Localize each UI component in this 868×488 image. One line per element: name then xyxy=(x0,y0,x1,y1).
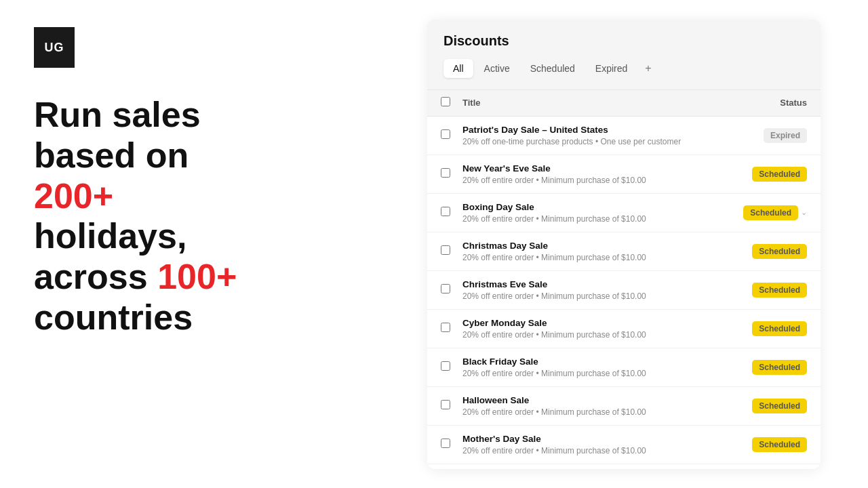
row-checkbox-container-4 xyxy=(441,284,462,296)
row-desc-2: 20% off entire order • Minimum purchase … xyxy=(462,214,732,224)
row-checkbox-0[interactable] xyxy=(441,129,450,139)
row-desc-3: 20% off entire order • Minimum purchase … xyxy=(462,253,732,262)
tab-expired[interactable]: Expired xyxy=(586,59,637,78)
row-desc-4: 20% off entire order • Minimum purchase … xyxy=(462,291,732,301)
headline-line5: countries xyxy=(34,298,193,337)
table-row: Black Friday Sale 20% off entire order •… xyxy=(427,348,821,387)
headline-line2: based on xyxy=(34,136,189,175)
headline-line1: Run sales xyxy=(34,95,201,134)
row-desc-1: 20% off entire order • Minimum purchase … xyxy=(462,176,732,185)
row-name-6: Black Friday Sale xyxy=(462,357,732,367)
row-checkbox-container-3 xyxy=(441,245,462,258)
row-status-6: Scheduled xyxy=(732,360,807,375)
row-checkbox-4[interactable] xyxy=(441,284,450,293)
table-row: Christmas Eve Sale 20% off entire order … xyxy=(427,271,821,310)
tab-all[interactable]: All xyxy=(443,59,473,78)
row-status-8: Scheduled xyxy=(732,437,807,452)
row-checkbox-container-6 xyxy=(441,361,462,373)
row-checkbox-container-7 xyxy=(441,400,462,412)
row-checkbox-container-1 xyxy=(441,168,462,180)
row-name-4: Christmas Eve Sale xyxy=(462,279,732,289)
logo: UG xyxy=(34,27,75,68)
headline: Run sales based on 200+ holidays, across… xyxy=(34,95,359,338)
row-info-4: Christmas Eve Sale 20% off entire order … xyxy=(462,279,732,301)
table-row: New Year's Eve Sale 20% off entire order… xyxy=(427,155,821,194)
status-badge-2: Scheduled xyxy=(743,205,798,220)
table-body: Patriot's Day Sale – United States 20% o… xyxy=(427,117,821,469)
row-name-2: Boxing Day Sale xyxy=(462,202,732,212)
discounts-card: Discounts All Active Scheduled Expired +… xyxy=(427,20,821,469)
table-row: Halloween Sale 20% off entire order • Mi… xyxy=(427,387,821,426)
card-header: Discounts All Active Scheduled Expired + xyxy=(427,20,821,90)
row-name-3: Christmas Day Sale xyxy=(462,241,732,251)
table-row: Patriot's Day Sale – United States 20% o… xyxy=(427,117,821,155)
row-status-3: Scheduled xyxy=(732,244,807,259)
row-checkbox-container-5 xyxy=(441,323,462,335)
table-row: Cyber Monday Sale 20% off entire order •… xyxy=(427,310,821,348)
row-info-2: Boxing Day Sale 20% off entire order • M… xyxy=(462,202,732,224)
row-info-3: Christmas Day Sale 20% off entire order … xyxy=(462,241,732,262)
table-row: Christmas Day Sale 20% off entire order … xyxy=(427,232,821,271)
headline-highlight1: 200+ xyxy=(34,176,113,216)
row-status-5: Scheduled xyxy=(732,321,807,336)
row-checkbox-5[interactable] xyxy=(441,323,450,332)
status-badge-0: Expired xyxy=(764,128,807,143)
row-status-4: Scheduled xyxy=(732,283,807,298)
status-badge-1: Scheduled xyxy=(752,167,807,182)
status-badge-3: Scheduled xyxy=(752,244,807,259)
row-name-0: Patriot's Day Sale – United States xyxy=(462,125,732,135)
table-row: Mother's Day Sale 20% off entire order •… xyxy=(427,426,821,464)
tab-add-button[interactable]: + xyxy=(638,58,658,79)
column-status-header: Status xyxy=(732,98,807,108)
select-all-checkbox-container xyxy=(441,97,462,109)
row-info-1: New Year's Eve Sale 20% off entire order… xyxy=(462,163,732,185)
logo-text: UG xyxy=(45,41,64,55)
row-status-1: Scheduled xyxy=(732,167,807,182)
chevron-down-icon[interactable]: ⌄ xyxy=(801,208,807,217)
status-badge-7: Scheduled xyxy=(752,399,807,413)
tab-active[interactable]: Active xyxy=(475,59,519,78)
row-desc-6: 20% off entire order • Minimum purchase … xyxy=(462,369,732,378)
row-info-0: Patriot's Day Sale – United States 20% o… xyxy=(462,125,732,146)
row-name-1: New Year's Eve Sale xyxy=(462,163,732,174)
headline-highlight2: 100+ xyxy=(157,257,237,296)
table-row: Boxing Day Sale 20% off entire order • M… xyxy=(427,194,821,232)
row-desc-5: 20% off entire order • Minimum purchase … xyxy=(462,330,732,340)
row-info-5: Cyber Monday Sale 20% off entire order •… xyxy=(462,318,732,340)
row-desc-7: 20% off entire order • Minimum purchase … xyxy=(462,407,732,417)
row-checkbox-container-8 xyxy=(441,439,462,451)
row-checkbox-container-0 xyxy=(441,129,462,142)
row-status-7: Scheduled xyxy=(732,399,807,413)
left-panel: UG Run sales based on 200+ holidays, acr… xyxy=(0,0,393,488)
row-name-8: Mother's Day Sale xyxy=(462,434,732,444)
table-row: Easter weekend Sale 70% off entire order… xyxy=(427,464,821,469)
row-checkbox-8[interactable] xyxy=(441,439,450,448)
row-checkbox-container-2 xyxy=(441,207,462,219)
row-desc-0: 20% off one-time purchase products • One… xyxy=(462,137,732,146)
card-title: Discounts xyxy=(443,33,804,49)
status-badge-8: Scheduled xyxy=(752,437,807,452)
row-status-0: Expired xyxy=(732,128,807,143)
headline-line4: across xyxy=(34,257,157,296)
row-checkbox-7[interactable] xyxy=(441,400,450,409)
status-badge-6: Scheduled xyxy=(752,360,807,375)
row-name-7: Halloween Sale xyxy=(462,395,732,405)
status-badge-5: Scheduled xyxy=(752,321,807,336)
table-header: Title Status xyxy=(427,90,821,117)
row-desc-8: 20% off entire order • Minimum purchase … xyxy=(462,446,732,455)
row-status-2: Scheduled ⌄ xyxy=(732,205,807,220)
row-info-6: Black Friday Sale 20% off entire order •… xyxy=(462,357,732,378)
select-all-checkbox[interactable] xyxy=(441,97,450,106)
row-checkbox-2[interactable] xyxy=(441,207,450,216)
column-title-header: Title xyxy=(462,98,732,108)
row-info-7: Halloween Sale 20% off entire order • Mi… xyxy=(462,395,732,417)
row-checkbox-1[interactable] xyxy=(441,168,450,178)
tabs-container: All Active Scheduled Expired + xyxy=(443,58,804,79)
status-badge-4: Scheduled xyxy=(752,283,807,298)
row-name-5: Cyber Monday Sale xyxy=(462,318,732,328)
headline-line3: holidays, xyxy=(34,216,186,256)
row-checkbox-6[interactable] xyxy=(441,361,450,371)
tab-scheduled[interactable]: Scheduled xyxy=(521,59,585,78)
row-info-8: Mother's Day Sale 20% off entire order •… xyxy=(462,434,732,455)
row-checkbox-3[interactable] xyxy=(441,245,450,255)
